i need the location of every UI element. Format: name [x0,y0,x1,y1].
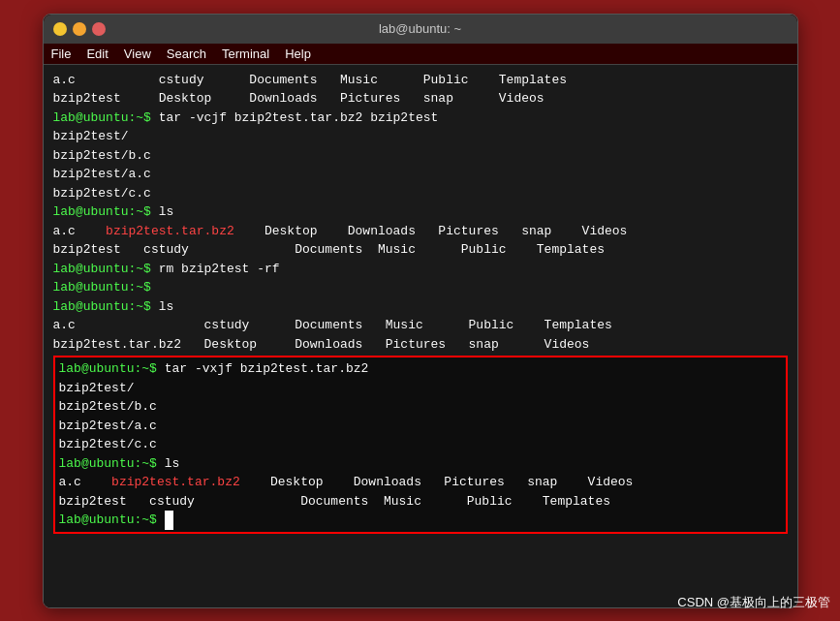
list-item: bzip2test/c.c [53,184,788,203]
list-item: bzip2test.tar.bz2 Desktop Downloads Pict… [53,335,788,355]
list-item: lab@ubuntu:~$ ls [53,202,788,222]
command-text: tar -vxjf bzip2test.tar.bz2 [165,361,369,376]
watermark: CSDN @基极向上的三极管 [677,594,830,611]
list-item: lab@ubuntu:~$ [53,278,788,297]
list-item: lab@ubuntu:~$ tar -vxjf bzip2test.tar.bz… [59,359,782,379]
prompt: lab@ubuntu:~$ [59,361,165,376]
menu-terminal[interactable]: Terminal [222,47,269,61]
prompt: lab@ubuntu:~$ [53,280,151,295]
list-item: lab@ubuntu:~$ tar -vcjf bzip2test.tar.bz… [53,109,788,128]
list-item: bzip2test cstudy Documents Music Public … [53,240,788,260]
list-item: lab@ubuntu:~$ ls [53,297,788,317]
list-item: bzip2test/a.c [53,165,788,184]
list-item: bzip2test/b.c [53,146,788,166]
list-item: a.c cstudy Documents Music Public Templa… [53,71,788,90]
menu-view[interactable]: View [124,47,151,61]
prompt: lab@ubuntu:~$ [53,110,159,125]
prompt: lab@ubuntu:~$ [59,512,165,527]
list-item: bzip2test cstudy Documents Music Public … [59,492,782,512]
menu-edit[interactable]: Edit [86,47,108,61]
list-item: bzip2test/b.c [59,397,782,417]
list-item: a.c bzip2test.tar.bz2 Desktop Downloads … [53,222,788,241]
prompt: lab@ubuntu:~$ [53,262,159,276]
window-controls[interactable] [53,22,106,36]
menu-bar: File Edit View Search Terminal Help [44,44,797,65]
list-item: bzip2test/a.c [59,417,782,436]
terminal-window: lab@ubuntu: ~ File Edit View Search Term… [43,14,798,608]
list-item: lab@ubuntu:~$ ls [59,454,782,474]
menu-file[interactable]: File [51,47,72,61]
list-item: bzip2test/c.c [59,435,782,454]
minimize-button[interactable] [53,22,67,36]
list-item: a.c cstudy Documents Music Public Templa… [53,316,788,335]
prompt: lab@ubuntu:~$ [53,299,159,314]
list-item: bzip2test/ [59,379,782,398]
command-text: rm bzip2test -rf [159,262,280,276]
prompt: lab@ubuntu:~$ [59,456,165,471]
close-button[interactable] [92,22,106,36]
cursor-line[interactable]: lab@ubuntu:~$ [59,511,782,530]
maximize-button[interactable] [73,22,86,36]
prompt: lab@ubuntu:~$ [53,204,159,219]
command-text: tar -vcjf bzip2test.tar.bz2 bzip2test [159,110,439,125]
list-item: bzip2test/ [53,127,788,146]
menu-help[interactable]: Help [285,47,311,61]
title-bar: lab@ubuntu: ~ [44,15,797,44]
list-item: a.c bzip2test.tar.bz2 Desktop Downloads … [59,473,782,492]
terminal-body[interactable]: a.c cstudy Documents Music Public Templa… [44,65,797,607]
menu-search[interactable]: Search [167,47,206,61]
highlighted-section: lab@ubuntu:~$ tar -vxjf bzip2test.tar.bz… [53,356,788,534]
list-item: lab@ubuntu:~$ rm bzip2test -rf [53,260,788,279]
command-text: ls [159,204,174,219]
window-title: lab@ubuntu: ~ [379,21,461,36]
list-item: bzip2test Desktop Downloads Pictures sna… [53,89,788,109]
